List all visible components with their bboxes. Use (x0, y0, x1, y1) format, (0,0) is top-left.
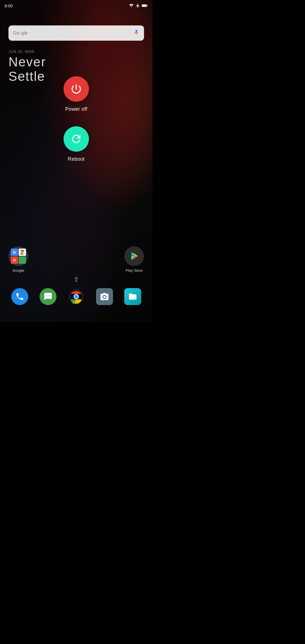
status-bar: 8:00 (0, 0, 152, 11)
search-bar[interactable]: Google (8, 25, 144, 41)
dock-sms-app[interactable] (40, 288, 56, 305)
power-off-label: Power off (65, 106, 87, 112)
phone-icon (11, 288, 28, 305)
home-apps-row: G M 📍 Google (0, 246, 152, 273)
drawer-chevron-icon: ⇧ (73, 276, 79, 284)
power-icon (70, 83, 82, 95)
dock-row (0, 288, 152, 305)
dock-area: ⇧ (0, 276, 152, 305)
dock-files-app[interactable] (124, 288, 141, 305)
google-logo: Google (13, 31, 28, 36)
svg-rect-1 (147, 5, 147, 6)
power-off-button[interactable] (64, 76, 89, 102)
play-store-icon (124, 246, 144, 266)
dock-chrome-app[interactable] (68, 288, 85, 305)
reboot-icon (70, 133, 82, 145)
svg-point-3 (21, 251, 23, 253)
reboot-button[interactable] (64, 126, 89, 152)
svg-rect-2 (142, 5, 146, 6)
folder-chrome-icon (19, 249, 26, 256)
reboot-label: Reboot (68, 156, 85, 162)
dock-phone-app[interactable] (11, 288, 28, 305)
power-menu: Power off Reboot (64, 76, 89, 176)
date-widget: JUN 25, MON Never Settle (8, 49, 46, 83)
status-icons (129, 3, 148, 8)
status-time: 8:00 (5, 3, 13, 8)
battery-icon (142, 4, 148, 8)
mic-icon[interactable] (133, 29, 140, 37)
svg-point-12 (75, 295, 78, 298)
folder-g-icon: G (11, 249, 18, 256)
folder-maps-icon: 📍 (19, 256, 26, 264)
files-icon (124, 288, 141, 305)
play-store-label: Play Store (126, 268, 143, 273)
chrome-icon (68, 288, 85, 305)
play-store-app[interactable]: Play Store (124, 246, 144, 273)
app-drawer-hint[interactable]: ⇧ (0, 276, 152, 284)
google-folder-label: Google (12, 268, 24, 273)
date-motto: Never Settle (8, 55, 46, 83)
folder-gmail-icon: M (11, 256, 18, 264)
wifi-icon (129, 4, 134, 8)
date-label: JUN 25, MON (8, 49, 46, 54)
google-folder-app[interactable]: G M 📍 Google (8, 246, 28, 273)
dock-camera-app[interactable] (96, 288, 113, 305)
sms-icon (40, 288, 56, 305)
airplane-icon (136, 3, 140, 8)
reboot-item[interactable]: Reboot (64, 126, 89, 162)
google-folder-icon: G M 📍 (8, 246, 28, 266)
camera-icon (96, 288, 113, 305)
power-off-item[interactable]: Power off (64, 76, 89, 112)
